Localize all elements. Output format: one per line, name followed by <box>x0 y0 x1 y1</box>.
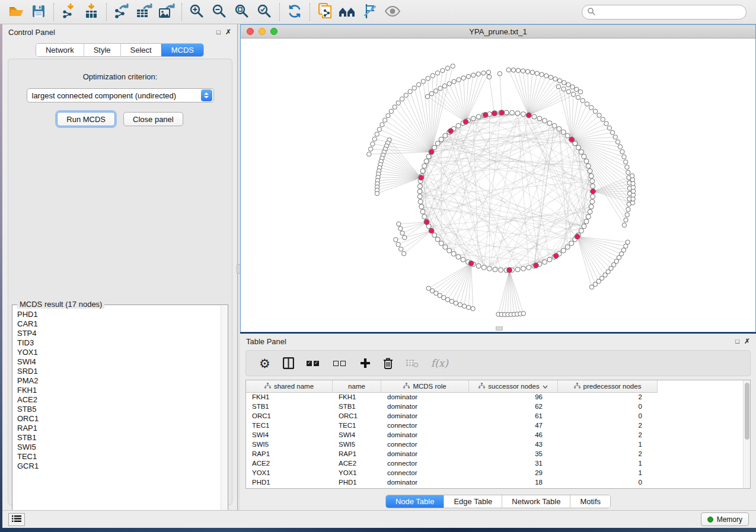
table-cell[interactable]: FKH1 <box>246 393 333 402</box>
table-cell[interactable]: 2 <box>558 393 658 402</box>
table-cell[interactable]: 2 <box>558 450 658 459</box>
tab-edge-table[interactable]: Edge Table <box>444 495 502 508</box>
table-cell[interactable]: SWI5 <box>246 440 333 450</box>
select-all-icon[interactable]: ✓✓ <box>307 355 321 371</box>
table-cell[interactable]: STB1 <box>246 402 333 412</box>
table-cell[interactable]: 96 <box>469 393 558 402</box>
table-cell[interactable]: YOX1 <box>333 469 381 478</box>
result-list-item[interactable]: RAP1 <box>17 424 221 433</box>
table-scrollbar[interactable] <box>743 380 750 488</box>
table-cell[interactable]: 31 <box>469 459 558 469</box>
tab-mcds[interactable]: MCDS <box>161 44 203 56</box>
show-columns-icon[interactable] <box>283 355 294 371</box>
result-list-item[interactable]: SWI4 <box>17 357 221 367</box>
table-cell[interactable]: PHD1 <box>333 478 381 488</box>
deselect-all-icon[interactable] <box>333 355 347 371</box>
table-cell[interactable]: 35 <box>469 450 558 459</box>
function-builder-icon[interactable]: f(x) <box>431 357 448 369</box>
table-cell[interactable]: 0 <box>558 402 658 412</box>
table-cell[interactable]: 2 <box>558 421 658 431</box>
table-cell[interactable]: connector <box>381 469 469 478</box>
result-list-item[interactable]: PMA2 <box>17 376 221 386</box>
column-header-successor-nodes[interactable]: successor nodes <box>469 380 558 393</box>
close-panel-icon[interactable]: ✗ <box>225 28 231 36</box>
table-cell[interactable]: dominator <box>381 393 469 402</box>
network-canvas[interactable] <box>241 39 755 332</box>
table-cell[interactable]: 0 <box>558 478 658 488</box>
result-list-item[interactable]: STB1 <box>17 433 221 443</box>
run-mcds-button[interactable]: Run MCDS <box>57 112 115 126</box>
table-cell[interactable]: dominator <box>381 450 469 459</box>
float-table-panel-icon[interactable]: □ <box>735 338 739 345</box>
tab-motifs[interactable]: Motifs <box>570 495 610 508</box>
delete-column-trash-icon[interactable] <box>383 355 393 371</box>
float-panel-icon[interactable]: □ <box>216 29 221 36</box>
criterion-select[interactable]: largest connected component (undirected) <box>27 88 214 102</box>
minimize-window-icon[interactable] <box>259 28 266 35</box>
tab-node-table[interactable]: Node Table <box>386 495 444 508</box>
table-cell[interactable]: dominator <box>381 412 469 421</box>
task-history-button[interactable] <box>8 513 25 526</box>
table-row[interactable]: ACE2ACE2connector311 <box>246 459 750 469</box>
result-list-item[interactable]: GCR1 <box>17 462 221 471</box>
open-file-button[interactable] <box>5 2 27 21</box>
table-cell[interactable]: FKH1 <box>333 393 381 402</box>
result-list-item[interactable]: SWI5 <box>17 443 221 452</box>
export-table-button[interactable] <box>133 2 155 21</box>
table-cell[interactable]: SWI4 <box>333 431 381 440</box>
table-cell[interactable]: connector <box>381 459 469 469</box>
zoom-selected-button[interactable] <box>253 2 276 21</box>
clone-network-button[interactable] <box>314 2 336 21</box>
table-cell[interactable]: SWI5 <box>333 440 381 450</box>
result-list-item[interactable]: TEC1 <box>17 452 221 462</box>
result-list-item[interactable]: PHD1 <box>17 310 221 319</box>
table-row[interactable]: SWI4SWI4dominator462 <box>246 431 750 440</box>
delete-table-icon[interactable] <box>406 355 419 371</box>
search-neighbors-button[interactable] <box>336 2 359 21</box>
table-row[interactable]: SWI5SWI5connector431 <box>246 440 750 450</box>
show-graphics-details-button[interactable] <box>381 2 404 21</box>
result-list-item[interactable]: ACE2 <box>17 395 221 405</box>
zoom-in-button[interactable] <box>186 2 208 21</box>
table-cell[interactable]: 2 <box>558 431 658 440</box>
table-cell[interactable]: 1 <box>558 440 658 450</box>
table-cell[interactable]: dominator <box>381 478 469 488</box>
tab-select[interactable]: Select <box>120 44 161 56</box>
table-row[interactable]: FKH1FKH1dominator962 <box>246 393 750 402</box>
import-network-button[interactable] <box>58 2 80 21</box>
table-cell[interactable]: connector <box>381 440 469 450</box>
zoom-out-button[interactable] <box>208 2 231 21</box>
table-cell[interactable]: ACE2 <box>333 459 381 469</box>
table-cell[interactable]: 1 <box>558 469 658 478</box>
column-header-shared-name[interactable]: shared name <box>246 380 333 393</box>
table-scrollbar-thumb[interactable] <box>745 383 749 440</box>
table-cell[interactable]: RAP1 <box>333 450 381 459</box>
memory-button[interactable]: Memory <box>701 512 749 526</box>
result-list-item[interactable]: CAR1 <box>17 319 221 329</box>
table-row[interactable]: TEC1TEC1connector472 <box>246 421 750 431</box>
zoom-fit-button[interactable] <box>231 2 253 21</box>
table-cell[interactable]: 43 <box>469 440 558 450</box>
close-window-icon[interactable] <box>247 28 254 35</box>
table-cell[interactable]: 61 <box>469 412 558 421</box>
tab-style[interactable]: Style <box>84 44 120 56</box>
table-cell[interactable]: 18 <box>469 478 558 488</box>
table-cell[interactable]: 47 <box>469 421 558 431</box>
refresh-button[interactable] <box>283 2 306 21</box>
table-row[interactable]: ORC1ORC1dominator610 <box>246 412 750 421</box>
result-list-item[interactable]: TID3 <box>17 338 221 348</box>
table-cell[interactable]: TEC1 <box>246 421 333 431</box>
save-session-button[interactable] <box>27 2 50 21</box>
search-input[interactable] <box>595 7 746 18</box>
network-graph[interactable] <box>241 39 755 332</box>
column-header-name[interactable]: name <box>333 380 381 393</box>
add-column-plus-icon[interactable] <box>360 355 371 371</box>
result-list-item[interactable]: YOX1 <box>17 348 221 357</box>
table-row[interactable]: STB1STB1dominator620 <box>246 402 750 412</box>
network-window-titlebar[interactable]: YPA_prune.txt_1 <box>241 25 755 39</box>
close-panel-button[interactable]: Close panel <box>123 112 183 126</box>
table-cell[interactable]: 62 <box>469 402 558 412</box>
table-cell[interactable]: ORC1 <box>246 412 333 421</box>
table-settings-gear-icon[interactable]: ⚙ <box>259 355 270 371</box>
table-cell[interactable]: 46 <box>469 431 558 440</box>
